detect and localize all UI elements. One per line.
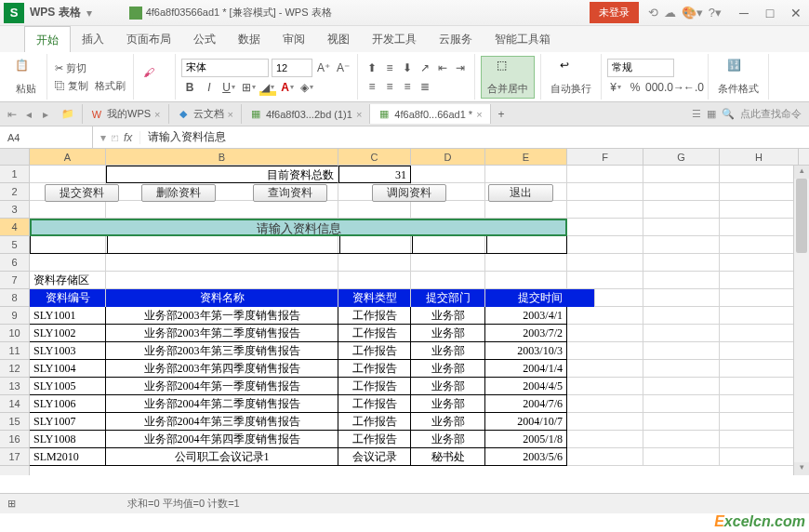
- row-header-8[interactable]: 8: [0, 289, 29, 307]
- cell[interactable]: SLY1001: [30, 307, 106, 325]
- row-header-14[interactable]: 14: [0, 395, 29, 413]
- cell[interactable]: [643, 378, 720, 395]
- cell[interactable]: 公司职工会议记录1: [106, 448, 338, 466]
- cell[interactable]: [720, 378, 799, 395]
- cell[interactable]: 2003/5/6: [485, 448, 567, 466]
- indent-left-button[interactable]: ⇤: [434, 60, 451, 76]
- row-header-13[interactable]: 13: [0, 378, 29, 395]
- comma-button[interactable]: 000: [646, 79, 663, 96]
- cell[interactable]: [643, 360, 720, 378]
- cell[interactable]: 31: [338, 166, 411, 183]
- title-dropdown-icon[interactable]: ▾: [86, 7, 92, 20]
- cell[interactable]: [720, 289, 799, 307]
- cell[interactable]: 2004/7/6: [485, 395, 567, 413]
- cell[interactable]: [720, 360, 799, 378]
- cell[interactable]: 业务部: [411, 413, 485, 431]
- cell[interactable]: [643, 289, 720, 307]
- cell[interactable]: [567, 378, 643, 395]
- help-icon[interactable]: ?▾: [709, 6, 722, 20]
- scroll-down-icon[interactable]: ▾: [794, 462, 809, 475]
- tab-settings-icon[interactable]: ▦: [707, 108, 716, 120]
- formula-input[interactable]: 请输入资料信息: [140, 129, 809, 145]
- tab-list-icon[interactable]: ☰: [692, 108, 701, 120]
- copy-button[interactable]: ⿻复制格式刷: [53, 78, 127, 94]
- clear-format-button[interactable]: ◈▾: [298, 79, 315, 96]
- cell-reference-box[interactable]: A4: [0, 126, 93, 148]
- query-data-button[interactable]: 查询资料: [253, 184, 327, 202]
- col-header-D[interactable]: D: [411, 149, 485, 165]
- tab-nav-prev-icon[interactable]: ◂: [20, 108, 37, 121]
- cell[interactable]: 业务部2004年第一季度销售报告: [106, 378, 338, 395]
- row-header-5[interactable]: 5: [0, 236, 29, 254]
- col-header-H[interactable]: H: [720, 149, 799, 165]
- cell[interactable]: [720, 395, 799, 413]
- row-header-6[interactable]: 6: [0, 254, 29, 272]
- cell[interactable]: 业务部2004年第四季度销售报告: [106, 431, 338, 448]
- fill-color-button[interactable]: ◢▾: [259, 79, 276, 96]
- cell[interactable]: [106, 272, 338, 289]
- new-tab-button[interactable]: +: [491, 108, 512, 121]
- scroll-thumb[interactable]: [796, 179, 807, 253]
- format-painter-button[interactable]: 🖌: [139, 64, 169, 90]
- doc-tab-0[interactable]: 📁: [54, 104, 83, 124]
- align-justify-button[interactable]: ≣: [417, 78, 433, 95]
- indent-right-button[interactable]: ⇥: [452, 60, 469, 76]
- cell[interactable]: 业务部: [411, 360, 485, 378]
- cell[interactable]: [643, 201, 720, 219]
- font-color-button[interactable]: A▾: [279, 79, 296, 96]
- cell[interactable]: [720, 342, 799, 360]
- exit-button[interactable]: 退出: [488, 184, 553, 202]
- cell[interactable]: 业务部2004年第二季度销售报告: [106, 395, 338, 413]
- cell[interactable]: 2004/4/5: [485, 378, 567, 395]
- cell[interactable]: [567, 325, 643, 342]
- align-left-button[interactable]: ≡: [364, 78, 380, 95]
- cell[interactable]: [106, 254, 338, 272]
- cell[interactable]: [643, 254, 720, 272]
- cell[interactable]: [643, 342, 720, 360]
- cancel-formula-icon[interactable]: ⏍: [112, 131, 118, 144]
- cell[interactable]: SLY1004: [30, 360, 106, 378]
- cell[interactable]: 业务部2003年第三季度销售报告: [106, 342, 338, 360]
- cell[interactable]: 业务部: [411, 307, 485, 325]
- row-header-10[interactable]: 10: [0, 325, 29, 342]
- doc-tab-4[interactable]: ▦4f6a8f0...66ad1 *×: [370, 104, 490, 124]
- row-header-17[interactable]: 17: [0, 448, 29, 466]
- cell[interactable]: 业务部: [411, 325, 485, 342]
- cell[interactable]: [30, 201, 106, 219]
- col-header-A[interactable]: A: [30, 149, 106, 165]
- paste-button[interactable]: 📋 粘贴: [11, 57, 41, 98]
- cell[interactable]: [567, 236, 643, 254]
- cell[interactable]: [411, 201, 485, 219]
- fx-icon[interactable]: fx: [124, 131, 132, 144]
- font-size-select[interactable]: [272, 59, 312, 77]
- bold-button[interactable]: B: [181, 79, 198, 96]
- menu-item-7[interactable]: 开发工具: [361, 26, 428, 52]
- sheet-nav-icon[interactable]: ⊞: [7, 498, 16, 510]
- tab-nav-first-icon[interactable]: ⇤: [4, 108, 20, 121]
- cell[interactable]: 2004/1/4: [485, 360, 567, 378]
- cell[interactable]: 秘书处: [411, 448, 485, 466]
- cell[interactable]: [567, 360, 643, 378]
- align-center-button[interactable]: ≡: [381, 78, 398, 95]
- cell[interactable]: [338, 272, 411, 289]
- cell[interactable]: [411, 254, 485, 272]
- tab-close-icon[interactable]: ×: [154, 109, 160, 120]
- cell[interactable]: 业务部: [411, 378, 485, 395]
- cell[interactable]: [720, 325, 799, 342]
- scroll-up-icon[interactable]: ▴: [794, 166, 809, 179]
- cell[interactable]: [720, 272, 799, 289]
- currency-button[interactable]: ¥▾: [607, 79, 624, 96]
- col-header-F[interactable]: F: [567, 149, 643, 165]
- cell[interactable]: 业务部2003年第一季度销售报告: [106, 307, 338, 325]
- cell[interactable]: SLY1006: [30, 395, 106, 413]
- review-data-button[interactable]: 调阅资料: [372, 184, 446, 202]
- cell[interactable]: [411, 166, 485, 183]
- cell[interactable]: [643, 307, 720, 325]
- cell[interactable]: [567, 448, 643, 466]
- cell[interactable]: [567, 395, 643, 413]
- cell[interactable]: 业务部2003年第四季度销售报告: [106, 360, 338, 378]
- conditional-format-button[interactable]: 🔢 条件格式: [714, 57, 763, 98]
- cell[interactable]: [567, 272, 643, 289]
- decimal-dec-button[interactable]: ←.0: [685, 79, 702, 96]
- cell[interactable]: SLY1003: [30, 342, 106, 360]
